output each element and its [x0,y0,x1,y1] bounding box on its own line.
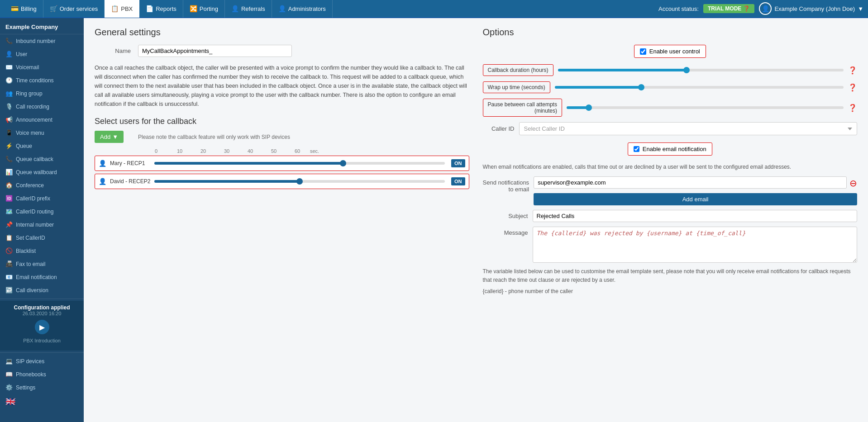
content-area: General settings Name Once a call reache… [84,18,868,422]
help-icon[interactable]: ❓ [848,104,857,112]
nav-billing[interactable]: 💳 Billing [5,0,43,18]
slider-thumb[interactable] [683,67,690,73]
user-name-mary: Mary - RECP1 [110,160,151,166]
slider-track [558,69,844,71]
pause-between-row: Pause between call attempts(minutes) ❓ [483,99,858,117]
queue-icon: ⚡ [5,142,13,149]
help-icon[interactable]: ❓ [848,66,857,75]
sidebar-item-label: Queue callback [16,156,53,162]
sidebar-item-queue[interactable]: ⚡ Queue [0,139,84,152]
main-layout: Example Company 📞 Inbound number 👤 User … [0,18,868,422]
sidebar-item-fax-to-email[interactable]: 📠 Fax to email [0,257,84,270]
sidebar-item-phonebooks[interactable]: 📖 Phonebooks [0,368,84,381]
sidebar-item-inbound-number[interactable]: 📞 Inbound number [0,34,84,47]
pbx-intro-play-button[interactable]: ▶ [35,320,49,334]
sip-note: Please note the callback feature will on… [138,134,290,140]
sidebar-item-internal-number[interactable]: 📌 Internal number [0,218,84,231]
name-input[interactable] [138,45,292,57]
enable-user-control-box[interactable]: Enable user control [634,45,706,58]
trial-badge-text: TRIAL MODE [708,5,741,12]
user-name-david: David - RECEP2 [110,178,151,185]
name-row: Name [95,45,469,57]
sidebar-item-callerid-routing[interactable]: 🗺️ CallerID routing [0,205,84,218]
announcement-icon: 📢 [5,116,13,123]
email-notification-section: Enable email notification When email not… [483,142,858,296]
trial-help-icon[interactable]: ❓ [743,5,750,12]
sidebar-item-email-notification[interactable]: 📧 Email notification [0,270,84,284]
nav-administrators[interactable]: 👤 Administrators [272,0,333,18]
wrap-up-time-row: Wrap up time (seconds) ❓ [483,81,858,93]
settings-icon: ⚙️ [5,384,13,391]
sidebar-item-settings[interactable]: ⚙️ Settings [0,381,84,394]
sidebar-item-call-diversion[interactable]: ↩️ Call diversion [0,284,84,297]
sidebar-item-announcement[interactable]: 📢 Announcement [0,113,84,126]
slider-fill [154,180,300,183]
caller-id-select[interactable]: Select Caller ID [519,122,858,135]
pause-between-label: Pause between call attempts(minutes) [483,99,562,117]
enable-email-notification-checkbox[interactable] [634,146,639,152]
nav-order-services[interactable]: 🛒 Order services [43,0,105,18]
account-status-label: Account status: [658,5,699,12]
queue-callback-icon: 📞 [5,156,13,162]
two-column-layout: General settings Name Once a call reache… [95,27,857,296]
sidebar-item-voice-menu[interactable]: 📱 Voice menu [0,126,84,139]
var-callerid-note: {callerid} - phone number of the caller [483,287,858,296]
sidebar-item-queue-callback[interactable]: 📞 Queue callback [0,152,84,166]
sidebar-item-ring-group[interactable]: 👥 Ring group [0,87,84,100]
sidebar-item-label: Queue wallboard [16,169,57,175]
slider-thumb[interactable] [638,84,644,90]
caller-id-label: Caller ID [483,125,515,132]
slider-thumb[interactable] [296,178,303,185]
tick-40: 40 [238,148,262,154]
top-nav-right: Account status: TRIAL MODE ❓ 👤 Example C… [658,2,863,15]
pause-between-slider[interactable] [567,106,844,109]
user-icon-david: 👤 [99,178,106,185]
subject-input[interactable] [533,210,858,222]
add-button[interactable]: Add ▼ [95,131,124,143]
nav-porting[interactable]: 🔀 Porting [183,0,225,18]
language-flag[interactable]: 🇬🇧 [0,394,84,409]
user-label: Example Company (John Doe) [774,5,855,12]
sidebar-item-blacklist[interactable]: 🚫 Blacklist [0,244,84,257]
message-textarea[interactable]: The {callerid} was rejected by {username… [533,227,858,263]
add-email-button[interactable]: Add email [534,193,857,205]
sidebar-item-set-callerid[interactable]: 📋 Set CallerID [0,231,84,244]
admin-icon: 👤 [278,5,286,12]
sidebar-item-user[interactable]: 👤 User [0,47,84,61]
phonebooks-icon: 📖 [5,371,13,378]
sidebar-item-voicemail[interactable]: ✉️ Voicemail [0,61,84,74]
wrap-up-time-slider[interactable] [555,86,844,89]
remove-email-button[interactable]: ⊖ [849,177,857,189]
user-slider-mary[interactable] [154,160,445,167]
users-section-title: Select users for the callback [95,117,469,126]
email-address-input[interactable] [534,176,847,189]
order-icon: 🛒 [50,5,57,12]
sidebar-item-label: User [16,51,27,57]
tick-60: 60 [286,148,309,154]
sidebar-item-label: Ring group [16,90,43,97]
enable-user-control-checkbox[interactable] [640,48,646,55]
sidebar-item-conference[interactable]: 🏠 Conference [0,179,84,192]
sidebar-item-callerid-prefix[interactable]: 🆔 CallerID prefix [0,192,84,205]
nav-reports[interactable]: 📄 Reports [139,0,183,18]
sidebar-item-time-conditions[interactable]: 🕐 Time conditions [0,74,84,87]
slider-thumb[interactable] [586,104,592,111]
trial-badge: TRIAL MODE ❓ [703,4,754,13]
help-icon[interactable]: ❓ [848,83,857,92]
tick-0: 0 [144,148,168,154]
sidebar-item-call-recording[interactable]: 🎙️ Call recording [0,100,84,113]
callback-duration-slider[interactable] [558,69,844,71]
user-info[interactable]: 👤 Example Company (John Doe) ▼ [759,2,863,15]
nav-referrals[interactable]: 👤 Referrals [225,0,272,18]
enable-email-notification-box[interactable]: Enable email notification [628,142,712,156]
sidebar: Example Company 📞 Inbound number 👤 User … [0,18,84,422]
general-settings-title: General settings [95,27,469,38]
email-notification-desc: When email notifications are enabled, ca… [483,163,858,171]
slider-thumb[interactable] [340,160,346,166]
user-slider-david[interactable] [154,178,445,185]
email-notif-icon: 📧 [5,274,13,280]
sidebar-item-sip-devices[interactable]: 💻 SIP devices [0,355,84,368]
sidebar-item-queue-wallboard[interactable]: 📊 Queue wallboard [0,166,84,179]
nav-pbx[interactable]: 📋 PBX [105,0,139,18]
caller-id-row: Caller ID Select Caller ID [483,122,858,135]
